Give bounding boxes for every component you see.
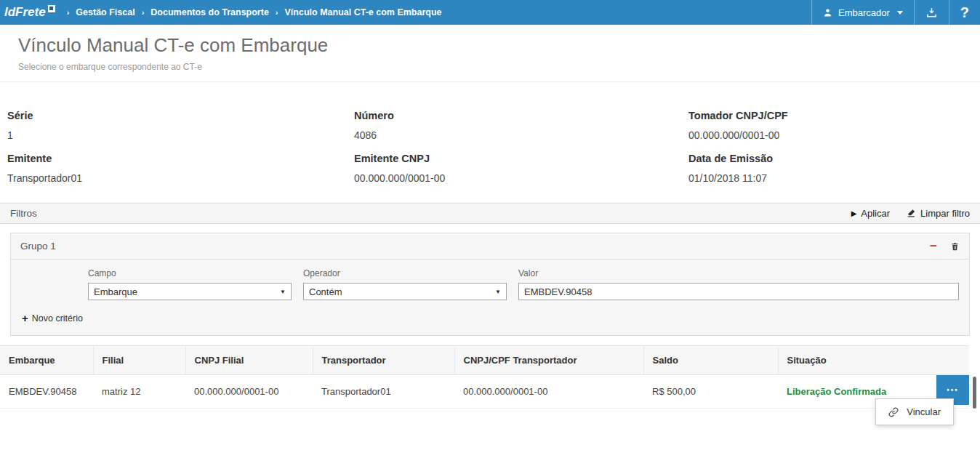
app-logo-icon <box>48 5 55 12</box>
page-subtitle: Selecione o embarque correspondente ao C… <box>18 62 980 72</box>
plus-icon: + <box>22 312 28 324</box>
vincular-label: Vincular <box>907 406 941 417</box>
cell-cnpj-transportador: 00.000.000/0001-00 <box>454 375 643 409</box>
cell-cnpj-filial: 00.000.000/0001-00 <box>185 375 313 409</box>
breadcrumb-documentos-transporte[interactable]: Documentos do Transporte <box>150 7 269 17</box>
page-header: Vínculo Manual CT-e com Embarque Selecio… <box>0 25 980 82</box>
field-numero-value: 4086 <box>354 129 688 141</box>
field-serie-label: Série <box>7 110 354 121</box>
user-icon <box>823 8 832 17</box>
eraser-icon <box>906 209 916 218</box>
campo-select[interactable]: Embarque ▼ <box>88 283 292 300</box>
valor-field: Valor <box>518 268 960 300</box>
help-button[interactable]: ? <box>949 0 980 25</box>
breadcrumb: › Gestão Fiscal › Documentos do Transpor… <box>67 0 442 25</box>
new-criteria-button[interactable]: + Novo critério <box>22 312 83 324</box>
topbar-actions: Embarcador ? <box>811 0 980 25</box>
header-situacao: Situação <box>778 346 969 375</box>
chevron-right-icon: › <box>67 8 70 17</box>
filters-title: Filtros <box>10 208 37 219</box>
valor-input[interactable] <box>518 283 959 300</box>
cte-details: Série 1 Número 4086 Tomador CNPJ/CPF 00.… <box>0 82 980 203</box>
page-title: Vínculo Manual CT-e com Embarque <box>18 34 980 57</box>
field-serie: Série 1 <box>7 110 354 141</box>
row-actions-menu-item-vincular[interactable]: Vincular <box>875 398 954 425</box>
help-icon: ? <box>960 4 969 21</box>
clear-filter-label: Limpar filtro <box>920 208 970 219</box>
field-emitente-cnpj-label: Emitente CNPJ <box>354 153 688 164</box>
field-data-emissao: Data de Emissão 01/10/2018 11:07 <box>688 153 973 184</box>
campo-label: Campo <box>88 268 292 278</box>
operador-select[interactable]: Contém ▼ <box>303 283 507 300</box>
breadcrumb-gestao-fiscal[interactable]: Gestão Fiscal <box>76 7 134 17</box>
play-icon: ▶ <box>851 209 857 217</box>
campo-selected-value: Embarque <box>94 286 137 297</box>
operador-selected-value: Contém <box>309 286 342 297</box>
trash-icon <box>950 241 960 252</box>
field-emitente-value: Transportador01 <box>7 172 354 184</box>
cell-embarque: EMBDEV.90458 <box>0 375 93 409</box>
cell-transportador: Transportador01 <box>313 375 454 409</box>
apply-filter-button[interactable]: ▶ Aplicar <box>851 208 890 219</box>
campo-field: Campo Embarque ▼ <box>88 268 292 300</box>
cell-saldo: R$ 500,00 <box>643 375 778 409</box>
filters-bar: Filtros ▶ Aplicar Limpar filtro <box>0 203 980 224</box>
top-navigation-bar: ldFrete › Gestão Fiscal › Documentos do … <box>0 0 980 25</box>
field-emitente-cnpj: Emitente CNPJ 00.000.000/0001-00 <box>354 153 688 184</box>
breadcrumb-vinculo-manual[interactable]: Vínculo Manual CT-e com Embarque <box>285 7 442 17</box>
clear-filter-button[interactable]: Limpar filtro <box>906 208 970 219</box>
vertical-scrollbar-thumb[interactable] <box>973 377 976 409</box>
apply-filter-label: Aplicar <box>861 208 890 219</box>
field-emitente: Emitente Transportador01 <box>7 153 354 184</box>
app-logo-text: ldFrete <box>4 5 46 20</box>
filter-group-panel: Grupo 1 − Campo Embarque ▼ Operador Cont… <box>10 233 970 336</box>
header-filial: Filial <box>93 346 185 375</box>
chevron-down-icon: ▼ <box>280 289 286 295</box>
table-row: EMBDEV.90458 matriz 12 00.000.000/0001-0… <box>0 375 969 409</box>
criteria-row: Campo Embarque ▼ Operador Contém ▼ Valor <box>20 268 960 300</box>
download-button[interactable] <box>914 0 949 25</box>
header-cnpj-filial: CNPJ Filial <box>185 346 313 375</box>
more-actions-icon: ••• <box>947 386 959 394</box>
field-numero-label: Número <box>354 110 688 121</box>
field-numero: Número 4086 <box>354 110 688 141</box>
field-tomador-label: Tomador CNPJ/CPF <box>688 110 973 121</box>
field-tomador-value: 00.000.000/0001-00 <box>688 129 973 141</box>
operador-label: Operador <box>303 268 507 278</box>
table-header-row: Embarque Filial CNPJ Filial Transportado… <box>0 346 969 375</box>
filters-actions: ▶ Aplicar Limpar filtro <box>851 208 970 219</box>
field-emitente-label: Emitente <box>7 153 354 164</box>
chevron-down-icon <box>897 11 903 15</box>
filter-group-body: Campo Embarque ▼ Operador Contém ▼ Valor… <box>11 260 969 335</box>
field-tomador: Tomador CNPJ/CPF 00.000.000/0001-00 <box>688 110 973 141</box>
cell-filial: matriz 12 <box>93 375 185 409</box>
valor-label: Valor <box>518 268 959 278</box>
operador-field: Operador Contém ▼ <box>303 268 507 300</box>
header-cnpj-transportador: CNPJ/CPF Transportador <box>454 346 643 375</box>
header-transportador: Transportador <box>313 346 454 375</box>
header-saldo: Saldo <box>643 346 778 375</box>
user-menu[interactable]: Embarcador <box>811 0 914 25</box>
chevron-right-icon: › <box>276 8 278 17</box>
new-criteria-label: Novo critério <box>32 313 83 324</box>
field-data-emissao-value: 01/10/2018 11:07 <box>688 172 973 184</box>
delete-group-button[interactable] <box>950 241 960 252</box>
results-table: Embarque Filial CNPJ Filial Transportado… <box>0 345 969 409</box>
filter-group-header: Grupo 1 − <box>11 233 969 260</box>
filter-group-title: Grupo 1 <box>20 241 56 252</box>
app-logo[interactable]: ldFrete <box>0 0 58 25</box>
field-serie-value: 1 <box>7 129 354 141</box>
results-table-wrap: Embarque Filial CNPJ Filial Transportado… <box>0 345 980 409</box>
header-embarque: Embarque <box>0 346 93 375</box>
field-data-emissao-label: Data de Emissão <box>688 153 973 164</box>
link-icon <box>888 407 899 417</box>
chevron-down-icon: ▼ <box>495 289 501 295</box>
collapse-group-button[interactable]: − <box>930 240 937 252</box>
chevron-right-icon: › <box>142 8 145 17</box>
user-menu-label: Embarcador <box>838 7 890 18</box>
field-emitente-cnpj-value: 00.000.000/0001-00 <box>354 172 688 184</box>
filter-group-actions: − <box>930 240 960 252</box>
download-icon <box>925 7 938 19</box>
